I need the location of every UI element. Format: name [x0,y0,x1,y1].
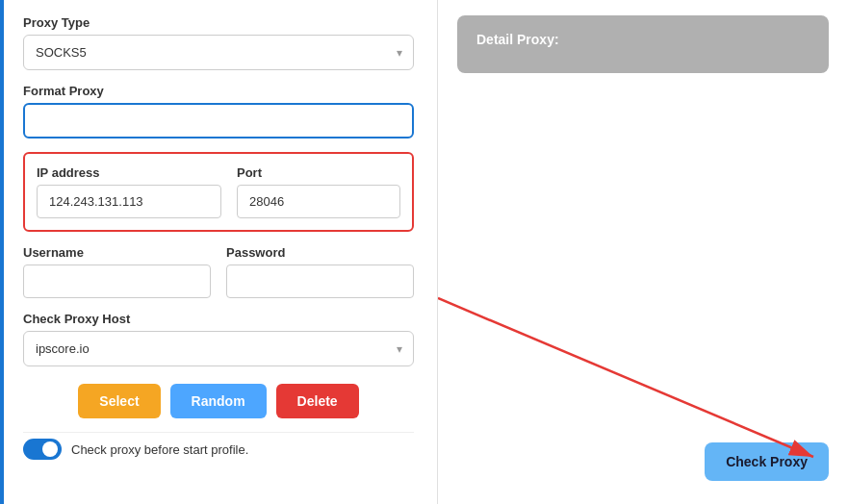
credentials-row: Username Password [23,245,414,298]
proxy-type-field: Proxy Type SOCKS5 HTTP HTTPS SOCKS4 ▾ [23,15,414,70]
proxy-type-label: Proxy Type [23,15,414,30]
username-col: Username [23,245,211,298]
password-label: Password [226,245,414,260]
main-container: Proxy Type SOCKS5 HTTP HTTPS SOCKS4 ▾ Fo… [0,0,848,504]
username-label: Username [23,245,211,260]
action-buttons: Select Random Delete [23,384,414,418]
username-input[interactable] [23,265,211,298]
port-input[interactable] [237,185,400,218]
check-proxy-host-label: Check Proxy Host [23,312,414,326]
select-button[interactable]: Select [78,384,160,418]
ip-address-col: IP address [37,165,221,218]
port-col: Port [237,165,400,218]
check-proxy-button[interactable]: Check Proxy [705,442,829,481]
password-input[interactable] [226,265,414,298]
proxy-type-select[interactable]: SOCKS5 HTTP HTTPS SOCKS4 [23,35,414,70]
svg-line-1 [438,298,813,457]
bottom-bar: Check proxy before start profile. [23,432,414,460]
delete-button[interactable]: Delete [276,384,359,418]
check-proxy-toggle[interactable] [23,439,62,460]
ip-port-row: IP address Port [37,165,400,218]
detail-proxy-box: Detail Proxy: [457,15,829,73]
arrow-overlay [438,0,848,504]
left-panel: Proxy Type SOCKS5 HTTP HTTPS SOCKS4 ▾ Fo… [0,0,438,504]
ip-port-section: IP address Port [23,152,414,232]
format-proxy-field: Format Proxy [23,84,414,139]
ip-address-input[interactable] [37,185,221,218]
check-proxy-host-field: Check Proxy Host ipscore.io ipinfo.io ip… [23,312,414,366]
ip-address-label: IP address [37,165,221,180]
check-proxy-host-select-wrapper: ipscore.io ipinfo.io ip-api.com ▾ [23,331,414,366]
proxy-type-select-wrapper: SOCKS5 HTTP HTTPS SOCKS4 ▾ [23,35,414,70]
format-proxy-label: Format Proxy [23,84,414,98]
random-button[interactable]: Random [170,384,267,418]
check-proxy-host-select[interactable]: ipscore.io ipinfo.io ip-api.com [23,331,414,366]
right-panel: Detail Proxy: Check Proxy [438,0,848,504]
password-col: Password [226,245,414,298]
toggle-label: Check proxy before start profile. [71,442,248,457]
port-label: Port [237,165,400,180]
detail-proxy-title: Detail Proxy: [476,32,559,47]
format-proxy-input[interactable] [23,103,414,139]
